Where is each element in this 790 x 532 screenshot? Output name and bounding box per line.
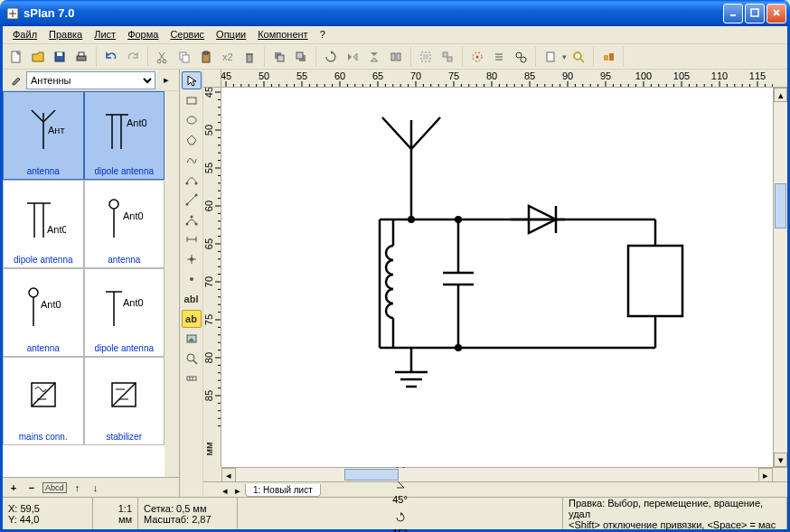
rotate-step-button[interactable]: [391, 510, 409, 525]
save-button[interactable]: [50, 47, 70, 67]
menu-service[interactable]: Сервис: [165, 28, 209, 42]
library-item[interactable]: Ant0 antenna: [84, 180, 165, 268]
measure-tool[interactable]: [182, 369, 202, 387]
titlebar[interactable]: sPlan 7.0: [0, 0, 790, 26]
redo-button[interactable]: [123, 47, 143, 67]
duplicate-button[interactable]: x2: [218, 47, 238, 67]
curve-tool[interactable]: [182, 171, 202, 189]
svg-text:Ant0: Ant0: [123, 210, 144, 221]
tofront-button[interactable]: [269, 47, 289, 67]
search-button[interactable]: [511, 47, 531, 67]
svg-text:Ant0: Ant0: [41, 299, 61, 310]
rect-tool[interactable]: [182, 91, 202, 109]
menu-component[interactable]: Компонент: [253, 28, 312, 42]
svg-point-89: [185, 223, 188, 226]
library-item[interactable]: Ант antenna: [3, 91, 84, 180]
svg-marker-32: [371, 52, 378, 56]
library-item[interactable]: stabilizer: [84, 357, 165, 445]
svg-rect-47: [547, 52, 554, 61]
dot-tool[interactable]: [182, 270, 202, 288]
ungroup-button[interactable]: [437, 47, 457, 67]
sheet-tab[interactable]: 1: Новый лист: [245, 484, 321, 497]
library-item[interactable]: Ant0 dipole antenna: [84, 268, 165, 357]
svg-point-100: [189, 337, 191, 339]
svg-line-254: [382, 117, 411, 149]
svg-text:60: 60: [203, 201, 214, 211]
vertical-scrollbar[interactable]: ▴ ▾: [773, 88, 787, 467]
dimension-tool[interactable]: [182, 230, 202, 248]
library-item[interactable]: Ant0 dipole antenna: [84, 91, 165, 180]
lib-up-button[interactable]: ↑: [71, 481, 85, 495]
svg-text:115: 115: [749, 70, 766, 81]
mirror-v-button[interactable]: [364, 47, 384, 67]
svg-rect-28: [296, 52, 303, 59]
menu-file[interactable]: Файл: [8, 28, 42, 42]
paste-button[interactable]: [196, 47, 216, 67]
text-tool[interactable]: abl: [182, 290, 202, 308]
polygon-tool[interactable]: [182, 131, 202, 149]
svg-rect-21: [204, 51, 208, 54]
lib-down-button[interactable]: ↓: [89, 481, 103, 495]
mirror-h-button[interactable]: [343, 47, 362, 67]
lib-sort-button[interactable]: Abcd: [42, 482, 67, 493]
library-item[interactable]: mains conn.: [3, 357, 84, 445]
snap-button[interactable]: [467, 47, 487, 67]
tab-next-button[interactable]: ▸: [232, 485, 243, 497]
svg-marker-31: [353, 53, 357, 61]
lib-add-button[interactable]: +: [6, 481, 21, 495]
zoom-button[interactable]: [569, 47, 588, 67]
align-button[interactable]: [386, 47, 406, 67]
drawing-canvas[interactable]: [221, 88, 773, 467]
library-scrollbar[interactable]: ▴ ▾: [165, 91, 179, 477]
svg-rect-51: [609, 53, 614, 61]
horizontal-scrollbar[interactable]: ◂ ▸: [221, 467, 773, 481]
lib-remove-button[interactable]: −: [24, 481, 39, 495]
node-tool[interactable]: [182, 250, 202, 268]
copy-button[interactable]: [174, 47, 194, 67]
open-button[interactable]: [28, 47, 48, 67]
toback-button[interactable]: [291, 47, 311, 67]
svg-line-86: [187, 195, 196, 204]
svg-text:100: 100: [635, 70, 652, 81]
freehand-tool[interactable]: [182, 151, 202, 169]
grid-label: Сетка: 0,5 мм: [144, 503, 231, 514]
undo-button[interactable]: [101, 47, 121, 67]
line-tool[interactable]: [182, 191, 202, 209]
library-settings-button[interactable]: [6, 71, 24, 89]
library-dropdown-icon[interactable]: ▸: [157, 71, 175, 89]
svg-text:75: 75: [448, 70, 459, 81]
tab-prev-button[interactable]: ◂: [220, 485, 230, 497]
svg-line-255: [411, 117, 440, 149]
delete-button[interactable]: [240, 47, 259, 67]
circle-tool[interactable]: [182, 111, 202, 129]
svg-text:105: 105: [673, 70, 690, 81]
minimize-button[interactable]: [723, 4, 743, 23]
close-button[interactable]: [766, 4, 786, 23]
cut-button[interactable]: [153, 47, 173, 67]
new-button[interactable]: [6, 47, 26, 67]
pointer-tool[interactable]: [182, 71, 202, 89]
svg-rect-37: [423, 54, 428, 60]
svg-text:Ant0: Ant0: [47, 224, 66, 235]
tool-extra-button[interactable]: [598, 47, 618, 67]
library-item[interactable]: Ant0 antenna: [3, 268, 84, 357]
group-button[interactable]: [416, 47, 436, 67]
library-item[interactable]: Ant0 dipole antenna: [3, 180, 84, 268]
zoom-tool[interactable]: [182, 350, 202, 368]
rotate-button[interactable]: [321, 47, 341, 67]
list-button[interactable]: [489, 47, 509, 67]
menu-edit[interactable]: Правка: [44, 28, 87, 42]
maximize-button[interactable]: [745, 4, 765, 23]
page-button[interactable]: [541, 47, 560, 67]
menu-help[interactable]: ?: [315, 28, 330, 42]
label-tool[interactable]: ab: [182, 310, 202, 328]
menu-form[interactable]: Форма: [123, 28, 163, 42]
library-category-select[interactable]: Антенны: [26, 71, 155, 89]
menu-sheet[interactable]: Лист: [89, 28, 120, 42]
image-tool[interactable]: [182, 330, 202, 348]
print-button[interactable]: [71, 47, 91, 67]
svg-text:75: 75: [203, 314, 214, 325]
menu-options[interactable]: Опции: [212, 28, 250, 42]
svg-rect-104: [187, 377, 196, 380]
bezier-tool[interactable]: [182, 210, 202, 229]
